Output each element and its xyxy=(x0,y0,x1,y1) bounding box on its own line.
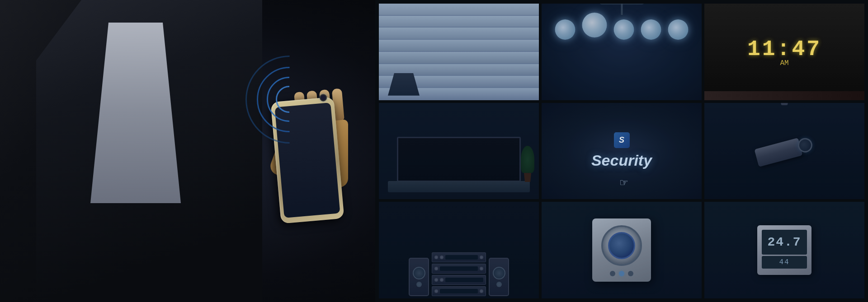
speaker-cone-left xyxy=(413,267,425,279)
speaker-left xyxy=(409,258,429,296)
speaker-tweeter-right xyxy=(496,282,502,287)
grid-cell-security[interactable]: S Security ☞ xyxy=(542,103,702,200)
grid-cell-camera[interactable] xyxy=(704,103,864,200)
plant-pot xyxy=(523,173,532,182)
washer-drum-inner xyxy=(608,232,635,259)
washer-btn-3 xyxy=(628,271,633,276)
lamp-bulb-1 xyxy=(555,19,576,40)
lamp-bulb-2 xyxy=(614,19,634,40)
thermostat-device: 24.7 44 xyxy=(757,225,811,275)
device-grid: 11:47 AM S Security ☞ xyxy=(375,0,868,302)
speaker-cone-right xyxy=(493,267,505,279)
living-room xyxy=(379,103,539,200)
lamp-bulb-4 xyxy=(668,19,689,40)
lamp-bulb-center xyxy=(582,13,607,37)
ceiling-lamp xyxy=(555,13,689,40)
tv-stand xyxy=(388,181,530,192)
speaker-tweeter-left xyxy=(416,282,422,287)
washer-drum xyxy=(601,225,642,266)
security-label: Security xyxy=(591,152,652,169)
amplifier-stack xyxy=(432,252,486,296)
thermo-main-screen: 24.7 xyxy=(762,230,807,255)
camera-mount xyxy=(781,103,788,105)
phone-camera xyxy=(319,94,327,102)
speaker-right xyxy=(489,258,509,296)
lamp-arm xyxy=(621,4,623,15)
humidity-reading: 44 xyxy=(779,258,789,266)
main-scene: 11:47 AM S Security ☞ xyxy=(0,0,868,302)
washing-machine xyxy=(592,218,651,282)
clock-time: 11:47 xyxy=(747,37,821,61)
security-camera xyxy=(754,135,814,167)
plant-leaves xyxy=(521,146,534,173)
grid-cell-light[interactable] xyxy=(542,4,702,100)
amp-unit-2 xyxy=(432,264,486,274)
left-panel xyxy=(0,0,375,302)
audio-system xyxy=(381,209,537,296)
lamp-bulb-3 xyxy=(641,19,661,40)
temperature-reading: 24.7 xyxy=(767,235,801,249)
tv-screen xyxy=(397,137,521,182)
washer-btn-2 xyxy=(619,271,624,276)
grid-cell-washer[interactable] xyxy=(542,202,702,298)
security-logo-icon: S xyxy=(614,132,630,148)
clock-display: 11:47 AM xyxy=(747,37,821,67)
washer-btn-1 xyxy=(610,271,615,276)
thermo-sub-screen: 44 xyxy=(762,256,807,269)
amp-unit-1 xyxy=(432,252,486,262)
amp-unit-3 xyxy=(432,275,486,285)
plant xyxy=(521,146,534,182)
grid-cell-thermostat[interactable]: 24.7 44 xyxy=(704,202,864,298)
cursor-icon: ☞ xyxy=(619,177,627,188)
grid-cell-clock[interactable]: 11:47 AM xyxy=(704,4,864,100)
washer-controls xyxy=(610,271,633,276)
grid-cell-audio[interactable] xyxy=(379,202,539,298)
camera-body xyxy=(754,138,802,167)
amp-unit-4 xyxy=(432,286,486,296)
security-overlay: S Security ☞ xyxy=(542,103,702,200)
grid-cell-blinds[interactable] xyxy=(379,4,539,100)
clock-bar xyxy=(704,91,864,100)
grid-cell-tv[interactable] xyxy=(379,103,539,200)
